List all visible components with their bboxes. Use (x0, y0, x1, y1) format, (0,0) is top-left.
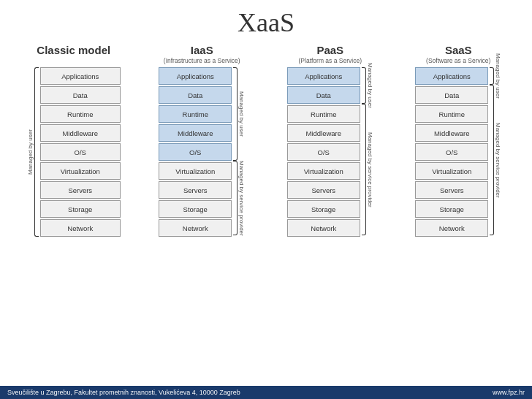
main-content: XaaS Classic modelManaged by userApplica… (0, 0, 532, 386)
stack-item-paas-8: Network (287, 219, 360, 237)
model-paas: PaaS(Platform as a Service)ApplicationsD… (267, 44, 393, 237)
stack-item-classic-7: Storage (40, 200, 121, 218)
stack-item-saas-7: Storage (415, 200, 488, 218)
footer-right: www.fpz.hr (493, 389, 525, 396)
managed-user-label-iaas: Managed by user (238, 67, 245, 161)
stack-item-iaas-5: Virtualization (159, 162, 232, 180)
stack-item-classic-3: Middleware (40, 124, 121, 142)
stack-item-classic-1: Data (40, 86, 121, 104)
stack-item-classic-4: O/S (40, 143, 121, 161)
model-title-iaas: IaaS (191, 44, 213, 56)
stack-item-paas-7: Storage (287, 200, 360, 218)
model-classic: Classic modelManaged by userApplications… (11, 44, 137, 237)
model-iaas: IaaS(Infrastructure as a Service)Applica… (140, 44, 265, 237)
model-saas: SaaS(Software as a Service)ApplicationsD… (396, 44, 522, 237)
model-subtitle-paas: (Platform as a Service) (299, 57, 362, 64)
stack-item-saas-2: Runtime (415, 105, 488, 123)
stack-item-classic-2: Runtime (40, 105, 121, 123)
stack-item-saas-0: Applications (415, 67, 488, 85)
stack-paas: ApplicationsDataRuntimeMiddlewareO/SVirt… (287, 67, 360, 237)
managed-by-user-label-classic: Managed by user (27, 67, 34, 237)
managed-provider-label-iaas: Managed by service provider (238, 161, 245, 235)
stack-item-iaas-1: Data (159, 86, 232, 104)
stack-item-iaas-2: Runtime (159, 105, 232, 123)
stack-item-classic-8: Network (40, 219, 121, 237)
model-title-paas: PaaS (316, 44, 343, 56)
stack-item-iaas-6: Servers (159, 181, 232, 199)
stack-item-paas-0: Applications (287, 67, 360, 85)
stack-item-paas-6: Servers (287, 181, 360, 199)
model-title-saas: SaaS (445, 44, 472, 56)
managed-provider-label-saas: Managed by service provider (495, 85, 501, 235)
stack-item-saas-6: Servers (415, 181, 488, 199)
model-subtitle-iaas: (Infrastructure as a Service) (164, 57, 240, 64)
stack-saas: ApplicationsDataRuntimeMiddlewareO/SVirt… (415, 67, 488, 237)
stack-item-iaas-0: Applications (159, 67, 232, 85)
stack-item-iaas-7: Storage (159, 200, 232, 218)
stack-item-iaas-8: Network (159, 219, 232, 237)
stack-item-paas-4: O/S (287, 143, 360, 161)
stack-iaas: ApplicationsDataRuntimeMiddlewareO/SVirt… (159, 67, 232, 237)
stack-item-saas-8: Network (415, 219, 488, 237)
stack-item-paas-1: Data (287, 86, 360, 104)
model-title-classic: Classic model (37, 44, 110, 56)
stack-item-saas-3: Middleware (415, 124, 488, 142)
model-subtitle-saas: (Software as a Service) (426, 57, 490, 64)
footer: Sveučilište u Zagrebu, Fakultet prometni… (0, 386, 532, 399)
managed-user-label-paas: Managed by user (367, 67, 373, 104)
managed-user-label-saas: Managed by user (495, 67, 501, 85)
models-row: Classic modelManaged by userApplications… (11, 44, 521, 237)
stack-item-paas-2: Runtime (287, 105, 360, 123)
stack-item-saas-1: Data (415, 86, 488, 104)
page-title: XaaS (11, 7, 521, 38)
stack-item-classic-5: Virtualization (40, 162, 121, 180)
stack-classic: ApplicationsDataRuntimeMiddlewareO/SVirt… (40, 67, 121, 237)
stack-item-iaas-4: O/S (159, 143, 232, 161)
footer-left: Sveučilište u Zagrebu, Fakultet prometni… (7, 389, 240, 396)
managed-provider-label-paas: Managed by service provider (367, 104, 373, 235)
stack-item-paas-3: Middleware (287, 124, 360, 142)
stack-item-iaas-3: Middleware (159, 124, 232, 142)
stack-item-classic-6: Servers (40, 181, 121, 199)
stack-item-saas-4: O/S (415, 143, 488, 161)
stack-item-paas-5: Virtualization (287, 162, 360, 180)
stack-item-classic-0: Applications (40, 67, 121, 85)
stack-item-saas-5: Virtualization (415, 162, 488, 180)
